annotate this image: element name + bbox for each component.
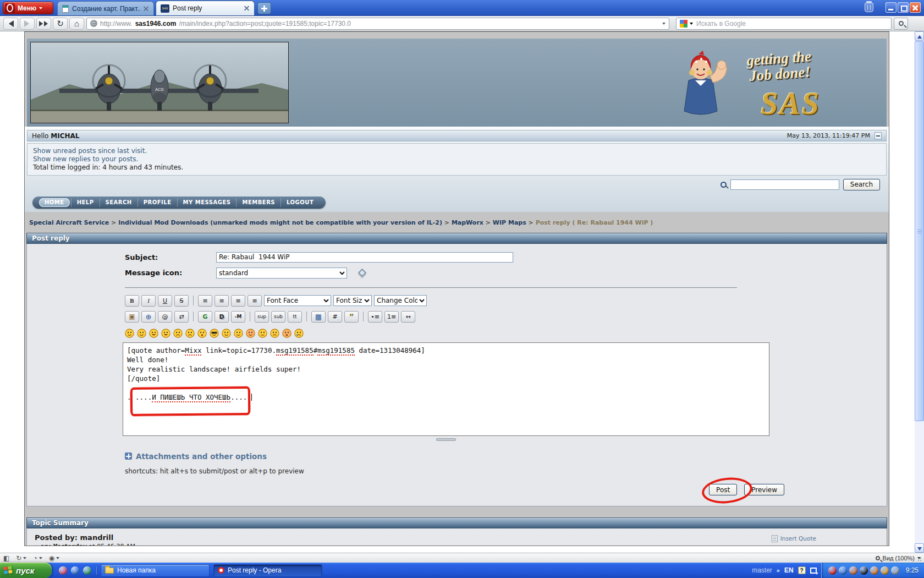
breadcrumb-link[interactable]: Individual Mod Downloads (unmarked mods … <box>118 219 442 226</box>
teletype-button[interactable]: tt <box>288 311 302 323</box>
insert-quote-link[interactable]: Insert Quote <box>772 535 816 542</box>
align-left-button[interactable]: ≡ <box>215 295 229 307</box>
subject-input[interactable] <box>216 252 513 263</box>
address-dropdown-icon[interactable] <box>662 23 666 26</box>
download-tray-icon[interactable] <box>881 566 889 575</box>
textarea-resize-handle[interactable] <box>436 438 456 441</box>
overflow-chevron[interactable]: » <box>777 567 780 574</box>
preview-button[interactable]: Preview <box>744 484 784 495</box>
menu-item-my-messages[interactable]: MY MESSAGES <box>177 198 237 207</box>
close-tab-icon[interactable] <box>144 6 149 12</box>
embarrassed-smiley[interactable] <box>246 329 255 338</box>
post-button[interactable]: Post <box>709 484 737 495</box>
horizontal-rule-button[interactable]: ↔ <box>401 311 415 323</box>
numbered-list-button[interactable]: 1≡ <box>384 311 399 323</box>
undecided-smiley[interactable] <box>270 329 279 338</box>
menu-item-home[interactable]: HOME <box>39 198 70 207</box>
closed-tabs-trash-icon[interactable] <box>865 3 873 12</box>
opera-link-icon[interactable]: ↻ <box>16 555 26 561</box>
superscript-button[interactable]: sup <box>255 311 269 323</box>
taskbar-item-opera[interactable]: Post reply - Opera <box>213 564 322 577</box>
kiss-smiley[interactable] <box>282 329 292 338</box>
change-color-select[interactable]: Change Color <box>374 295 427 306</box>
messenger-tray-icon[interactable] <box>839 566 847 575</box>
strike-button[interactable]: S <box>174 295 189 307</box>
web-search-input[interactable] <box>695 19 888 28</box>
insert-image-button[interactable]: ▣ <box>125 311 139 323</box>
collapse-icon[interactable] <box>875 132 882 139</box>
forward-button[interactable] <box>20 18 35 30</box>
font-size-select[interactable]: Font Size <box>333 295 372 306</box>
bold-button[interactable]: B <box>125 295 139 307</box>
resize-grip[interactable] <box>917 555 923 562</box>
globe-icon[interactable] <box>71 566 79 575</box>
menu-item-profile[interactable]: PROFILE <box>138 198 177 207</box>
show-new-replies-link[interactable]: Show new replies to your posts. <box>33 155 138 163</box>
mute-tray-icon[interactable] <box>891 566 899 575</box>
insert-ftp-button[interactable]: ⇄ <box>174 311 189 323</box>
opera-unite-icon[interactable]: ◉ <box>49 555 59 561</box>
wink-smiley[interactable] <box>137 329 146 338</box>
zoom-control[interactable]: Вид (100%) <box>876 555 921 561</box>
forum-search-button[interactable]: Search <box>843 179 880 190</box>
insert-code-button[interactable]: # <box>328 311 342 323</box>
start-button[interactable]: пуск <box>0 563 52 578</box>
underline-button[interactable]: U <box>158 295 172 307</box>
shadow-button[interactable]: D <box>215 311 229 323</box>
breadcrumb-link[interactable]: WIP Maps <box>493 219 526 226</box>
cry-smiley[interactable] <box>294 329 304 338</box>
lips-sealed-smiley[interactable] <box>258 329 267 338</box>
tab-post-reply[interactable]: SAS Post reply <box>156 1 255 15</box>
show-unread-posts-link[interactable]: Show unread posts since last visit. <box>33 147 147 155</box>
back-button[interactable] <box>3 18 18 30</box>
address-bar[interactable]: http://www.sas1946.com/main/index.php?ac… <box>86 18 669 30</box>
search-go-button[interactable] <box>894 18 908 30</box>
message-textarea[interactable]: [quote author=Mixx link=topic=17730.msg1… <box>123 342 769 436</box>
opera-turbo-icon[interactable]: ◔ <box>33 555 42 561</box>
scroll-down-icon[interactable] <box>915 543 924 553</box>
restore-button[interactable] <box>898 2 909 13</box>
scroll-up-icon[interactable] <box>915 31 924 41</box>
menu-item-members[interactable]: MEMBERS <box>236 198 280 207</box>
insert-table-button[interactable]: ▦ <box>311 311 326 323</box>
layout-switch-icon[interactable] <box>810 568 817 574</box>
fast-forward-button[interactable] <box>36 18 51 30</box>
page-scrollbar[interactable] <box>915 31 924 553</box>
close-button[interactable] <box>910 2 921 13</box>
forum-search-input[interactable] <box>730 179 839 190</box>
book-icon[interactable] <box>83 566 91 575</box>
subscript-button[interactable]: sub <box>271 311 285 323</box>
new-tab-button[interactable] <box>257 2 271 14</box>
search-engine-dropdown-icon[interactable] <box>690 23 693 26</box>
glow-button[interactable]: G <box>198 311 212 323</box>
insert-quote-button[interactable]: ” <box>344 311 359 323</box>
volume-tray-icon[interactable] <box>849 566 857 575</box>
help-icon[interactable]: ? <box>798 566 806 574</box>
marquee-button[interactable]: -M <box>231 311 245 323</box>
switcher-tray-icon[interactable] <box>860 566 868 575</box>
rolleyes-smiley[interactable] <box>222 329 231 338</box>
tab-create-maps[interactable]: Создание карт. Практ... <box>57 1 154 15</box>
home-button[interactable]: ⌂ <box>69 18 84 30</box>
opera-orange-tray-icon[interactable] <box>870 566 878 575</box>
shocked-smiley[interactable] <box>197 329 207 338</box>
minimize-button[interactable] <box>886 2 897 13</box>
web-search-box[interactable] <box>676 18 892 30</box>
scrollbar-thumb[interactable] <box>915 41 924 421</box>
menu-item-search[interactable]: SEARCH <box>100 198 138 207</box>
opera-menu-button[interactable]: Меню <box>3 2 53 14</box>
breadcrumb-link[interactable]: Special Aircraft Service <box>29 219 109 226</box>
bulleted-list-button[interactable]: •≡ <box>368 311 382 323</box>
align-right-button[interactable]: ≡ <box>248 295 262 307</box>
tongue-smiley[interactable] <box>234 329 243 338</box>
angry-smiley[interactable] <box>173 329 183 338</box>
opera-tray-icon[interactable] <box>828 566 837 575</box>
taskbar-item-folder[interactable]: Новая папка <box>101 564 210 577</box>
message-icon-select[interactable]: standard <box>216 268 347 279</box>
italic-button[interactable]: I <box>141 295 156 307</box>
font-face-select[interactable]: Font Face <box>264 295 331 306</box>
cheesy-smiley[interactable] <box>149 329 158 338</box>
panels-toggle-icon[interactable]: ◧ <box>3 555 9 561</box>
smiley-smiley[interactable] <box>125 329 134 338</box>
menu-item-logout[interactable]: LOGOUT <box>280 198 319 207</box>
